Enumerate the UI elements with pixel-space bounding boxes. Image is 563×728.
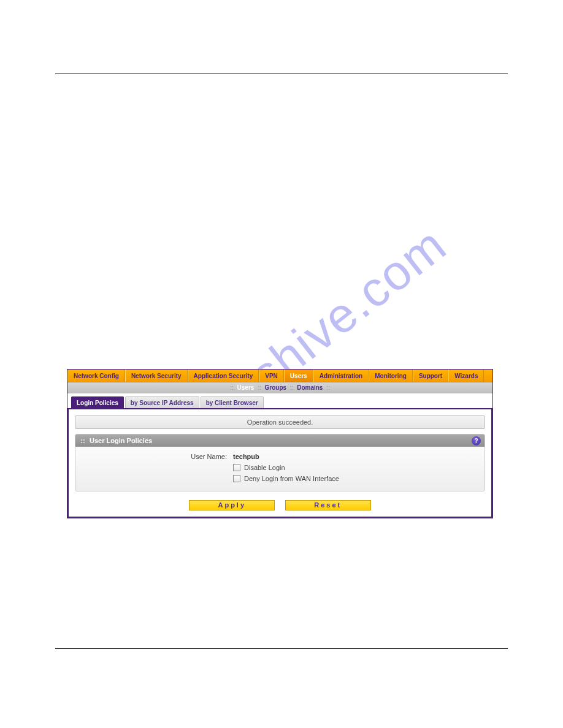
primary-nav: Network Config Network Security Applicat… — [67, 370, 492, 382]
rule-top — [55, 74, 508, 74]
nav-monitoring[interactable]: Monitoring — [369, 370, 413, 382]
subnav-domains[interactable]: Domains — [297, 384, 323, 391]
apply-button[interactable]: Apply — [189, 500, 275, 510]
username-value: techpub — [233, 453, 259, 460]
screenshot-panel: Network Config Network Security Applicat… — [67, 369, 493, 518]
reset-button[interactable]: Reset — [285, 500, 371, 510]
separator-icon: :: — [290, 384, 294, 391]
disable-login-checkbox[interactable] — [233, 464, 240, 471]
grip-icon — [80, 439, 85, 444]
button-row: Apply Reset — [75, 499, 485, 510]
group-body: User Name: techpub Disable Login Deny Lo… — [75, 447, 484, 491]
separator-icon: :: — [258, 384, 261, 391]
deny-wan-label: Deny Login from WAN Interface — [244, 475, 339, 482]
separator-icon: :: — [230, 384, 234, 391]
disable-login-row: Disable Login — [83, 464, 477, 471]
nav-application-security[interactable]: Application Security — [188, 370, 259, 382]
status-message: Operation succeeded. — [75, 415, 485, 429]
nav-network-config[interactable]: Network Config — [67, 370, 125, 382]
nav-administration[interactable]: Administration — [313, 370, 369, 382]
nav-network-security[interactable]: Network Security — [125, 370, 188, 382]
deny-wan-row: Deny Login from WAN Interface — [83, 475, 477, 482]
user-login-policies-group: User Login Policies ? User Name: techpub… — [75, 434, 485, 491]
panel-body: Operation succeeded. User Login Policies… — [67, 409, 492, 518]
username-label: User Name: — [83, 453, 233, 460]
username-row: User Name: techpub — [83, 453, 477, 460]
tab-strip: Login Policies by Source IP Address by C… — [67, 393, 492, 409]
nav-vpn[interactable]: VPN — [259, 370, 284, 382]
nav-support[interactable]: Support — [413, 370, 448, 382]
nav-wizards[interactable]: Wizards — [448, 370, 484, 382]
deny-wan-checkbox[interactable] — [233, 475, 240, 482]
subnav-groups[interactable]: Groups — [265, 384, 287, 391]
disable-login-label: Disable Login — [244, 464, 285, 471]
subnav-users[interactable]: Users — [237, 384, 255, 391]
tab-by-source-ip[interactable]: by Source IP Address — [125, 396, 199, 408]
secondary-nav: :: Users :: Groups :: Domains :: — [67, 382, 492, 393]
rule-bottom — [55, 648, 508, 649]
separator-icon: :: — [326, 384, 330, 391]
group-header: User Login Policies ? — [75, 434, 484, 447]
tab-by-client-browser[interactable]: by Client Browser — [201, 396, 264, 408]
help-icon[interactable]: ? — [472, 436, 481, 446]
nav-users[interactable]: Users — [284, 370, 313, 382]
tab-login-policies[interactable]: Login Policies — [71, 396, 124, 408]
group-title: User Login Policies — [90, 437, 152, 444]
